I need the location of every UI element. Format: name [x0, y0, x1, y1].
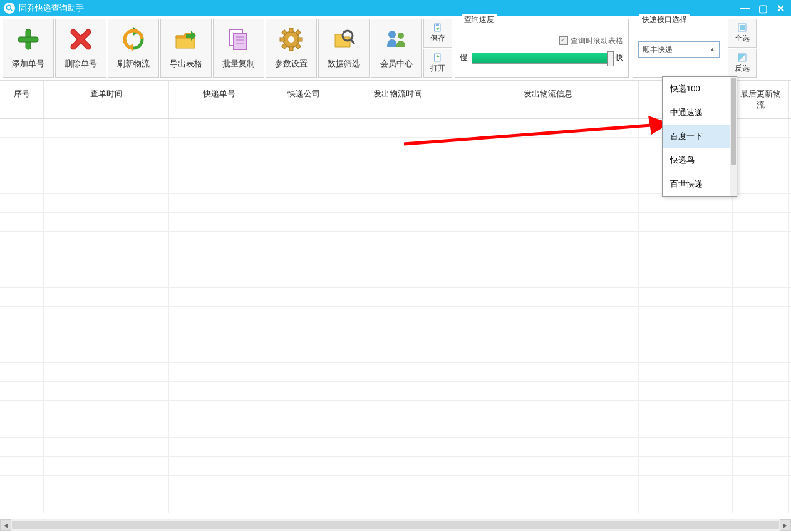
slow-label: 慢 — [460, 53, 468, 63]
dropdown-option[interactable]: 快递100 — [663, 77, 737, 101]
dropdown-option[interactable]: 中通速递 — [663, 101, 737, 125]
save-icon — [433, 23, 443, 33]
slider-thumb[interactable] — [607, 51, 614, 66]
svg-point-13 — [288, 36, 294, 43]
close-button[interactable]: ✕ — [777, 3, 785, 14]
dropdown-option[interactable]: 百世快递 — [663, 172, 737, 196]
api-selected-text: 顺丰快递 — [643, 44, 673, 55]
filter-icon — [331, 27, 356, 52]
svg-rect-17 — [298, 38, 302, 41]
table-row[interactable] — [0, 232, 791, 250]
delete-icon — [68, 27, 93, 52]
speed-legend: 查询速度 — [462, 14, 497, 25]
table-row[interactable] — [0, 250, 791, 269]
open-icon — [433, 53, 443, 63]
plus-icon — [16, 27, 41, 52]
table-row[interactable] — [0, 344, 791, 363]
table-row[interactable] — [0, 363, 791, 382]
table-row[interactable] — [0, 438, 791, 457]
settings-button[interactable]: 参数设置 — [266, 19, 317, 78]
add-number-button[interactable]: 添加单号 — [3, 19, 54, 78]
col-query-time[interactable]: 查单时间 — [44, 81, 169, 118]
table-row[interactable] — [0, 476, 791, 494]
select-all-button[interactable]: 全选 — [728, 19, 757, 48]
filter-button[interactable]: 数据筛选 — [318, 19, 370, 78]
svg-rect-8 — [234, 33, 246, 49]
scroll-track[interactable] — [12, 521, 779, 529]
select-all-icon — [737, 23, 747, 33]
refresh-icon — [121, 27, 146, 52]
svg-rect-29 — [435, 54, 440, 61]
svg-rect-16 — [280, 38, 284, 41]
speed-slider[interactable] — [472, 53, 612, 64]
dropdown-scrollbar[interactable] — [730, 77, 737, 196]
maximize-button[interactable]: ▢ — [758, 3, 768, 14]
col-courier[interactable]: 快递公司 — [269, 81, 338, 118]
svg-rect-3 — [18, 37, 38, 42]
svg-line-1 — [11, 9, 13, 11]
speed-groupbox: 查询速度 查询时滚动表格 慢 快 — [455, 19, 629, 78]
scroll-right-button[interactable]: ► — [780, 519, 791, 531]
svg-line-23 — [351, 39, 354, 44]
col-seq[interactable]: 序号 — [0, 81, 44, 118]
svg-point-24 — [388, 31, 396, 38]
delete-number-button[interactable]: 删除单号 — [55, 19, 106, 78]
table-row[interactable] — [0, 401, 791, 419]
refresh-button[interactable]: 刷新物流 — [108, 19, 159, 78]
svg-rect-15 — [289, 46, 293, 51]
app-icon — [4, 3, 15, 14]
dropdown-option[interactable]: 百度一下 — [663, 125, 737, 148]
gear-icon — [279, 27, 304, 52]
svg-rect-32 — [740, 25, 745, 30]
copy-icon — [226, 27, 251, 52]
dropdown-option[interactable]: 快递鸟 — [663, 148, 737, 172]
table-row[interactable] — [0, 325, 791, 344]
open-button[interactable]: 打开 — [423, 49, 452, 78]
invert-icon — [737, 53, 747, 63]
batch-copy-button[interactable]: 批量复制 — [213, 19, 264, 78]
export-button[interactable]: 导出表格 — [160, 19, 212, 78]
col-send-time[interactable]: 发出物流时间 — [338, 81, 457, 118]
minimize-button[interactable]: — — [740, 3, 750, 14]
save-button[interactable]: 保存 — [423, 19, 452, 48]
api-dropdown[interactable]: 顺丰快递 ▲ — [638, 41, 720, 58]
table-row[interactable] — [0, 382, 791, 401]
fast-label: 快 — [616, 53, 623, 63]
svg-rect-14 — [289, 28, 293, 33]
horizontal-scrollbar[interactable]: ◄ ► — [0, 519, 791, 531]
app-title: 固乔快递查询助手 — [19, 3, 84, 14]
users-icon — [384, 27, 409, 52]
toolbar: 添加单号 删除单号 刷新物流 导出表格 批量复制 参数设置 数据筛选 会员中心 … — [0, 16, 791, 81]
api-dropdown-list[interactable]: 快递100中通速递百度一下快递鸟百世快递 — [662, 76, 737, 197]
member-center-button[interactable]: 会员中心 — [371, 19, 422, 78]
svg-point-0 — [6, 5, 11, 9]
scroll-left-button[interactable]: ◄ — [0, 519, 11, 531]
table-row[interactable] — [0, 457, 791, 476]
api-groupbox: 快递接口选择 顺丰快递 ▲ — [633, 19, 725, 78]
col-tracking-no[interactable]: 快递单号 — [169, 81, 269, 118]
svg-rect-27 — [436, 24, 439, 25]
table-row[interactable] — [0, 213, 791, 232]
export-icon — [173, 27, 199, 52]
invert-selection-button[interactable]: 反选 — [728, 49, 757, 78]
api-legend: 快递接口选择 — [639, 14, 690, 25]
table-row[interactable] — [0, 419, 791, 438]
table-row[interactable] — [0, 194, 791, 213]
col-send-info[interactable]: 发出物流信息 — [457, 81, 639, 118]
table-row[interactable] — [0, 288, 791, 307]
chevron-up-icon: ▲ — [710, 46, 715, 53]
checkbox-icon — [559, 36, 568, 45]
table-row[interactable] — [0, 307, 791, 325]
svg-point-25 — [398, 33, 404, 39]
scroll-checkbox[interactable]: 查询时滚动表格 — [460, 36, 623, 46]
col-last-update[interactable]: 最后更新物流 — [733, 81, 789, 118]
svg-marker-5 — [128, 43, 133, 52]
table-row[interactable] — [0, 269, 791, 288]
table-row[interactable] — [0, 494, 791, 513]
